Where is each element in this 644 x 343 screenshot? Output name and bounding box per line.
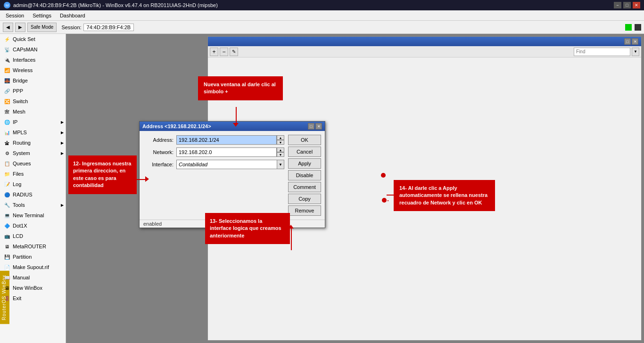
network-row: Network: ▲ ▼ — [143, 147, 284, 157]
close-button[interactable]: ✕ — [633, 2, 640, 8]
ip-edit-btn[interactable]: ✎ — [230, 48, 238, 56]
sidebar-item-dot1x[interactable]: 🔷Dot1X — [0, 220, 66, 231]
back-button[interactable]: ◀ — [3, 23, 13, 32]
network-input[interactable] — [176, 147, 277, 157]
sidebar-item-metarouter[interactable]: 🖥MetaROUTER — [0, 241, 66, 252]
sidebar-item-wireless[interactable]: 📶Wireless — [0, 65, 66, 75]
dialog-title-controls: □ ✕ — [308, 123, 322, 130]
ip-window-restore-btn[interactable]: □ — [624, 38, 631, 45]
sidebar-item-ip[interactable]: 🌐IP — [0, 117, 66, 127]
dialog-status-text: enabled — [143, 221, 162, 227]
sidebar-item-switch[interactable]: 🔀Switch — [0, 96, 66, 106]
toolbar: ◀ ▶ Safe Mode Session: 74:4D:28:B9:F4:2B — [0, 21, 644, 34]
sidebar-item-make-supout[interactable]: 📄Make Supout.rif — [0, 262, 66, 272]
address-scroll-up[interactable]: ▲ — [277, 135, 284, 140]
status-green-indicator — [625, 24, 632, 31]
ip-window-close-btn[interactable]: ✕ — [632, 38, 638, 45]
interfaces-icon: 🔌 — [4, 57, 10, 63]
safe-mode-button[interactable]: Safe Mode — [27, 23, 57, 32]
apply-red-dot — [382, 198, 387, 203]
network-scroll-down[interactable]: ▼ — [277, 152, 284, 157]
sidebar-item-bridge[interactable]: 🌉Bridge — [0, 75, 66, 86]
arrow-ann3 — [291, 227, 292, 250]
files-icon: 📁 — [4, 171, 10, 177]
menu-dashboard[interactable]: Dashboard — [56, 12, 89, 19]
sidebar-label-new-terminal: New Terminal — [13, 212, 44, 218]
menu-session[interactable]: Session — [2, 12, 28, 19]
address-scroll-down[interactable]: ▼ — [277, 140, 284, 145]
sidebar-label-capsman: CAPsMAN — [13, 47, 38, 52]
arrow-ann1-head — [233, 123, 239, 127]
wireless-icon: 📶 — [4, 67, 10, 74]
sidebar-label-queues: Queues — [13, 161, 31, 166]
bridge-icon: 🌉 — [4, 77, 10, 84]
title-bar-controls: − □ ✕ — [614, 2, 640, 8]
app-icon: M — [4, 2, 10, 8]
sidebar-item-capsman[interactable]: 📡CAPsMAN — [0, 44, 66, 55]
comment-button[interactable]: Comment — [288, 182, 321, 192]
sidebar-item-exit[interactable]: 🚪Exit — [0, 293, 66, 303]
dialog-title-text: Address <192.168.202.1/24> — [142, 123, 211, 129]
remove-button[interactable]: Remove — [288, 205, 321, 216]
sidebar-item-mesh[interactable]: 🕸Mesh — [0, 106, 66, 117]
sidebar-label-ppp: PPP — [13, 88, 23, 94]
menu-settings[interactable]: Settings — [29, 12, 55, 19]
interface-row: Interface: ▼ — [143, 159, 284, 170]
sidebar-item-queues[interactable]: 📋Queues — [0, 158, 66, 169]
dialog-buttons: OK Cancel Apply Disable Comment Copy Rem… — [288, 135, 321, 216]
arrow-ann4-line — [388, 200, 388, 201]
sidebar-item-quick-set[interactable]: ⚡Quick Set — [0, 34, 66, 44]
sidebar-item-new-terminal[interactable]: 💻New Terminal — [0, 210, 66, 220]
dialog-close-btn[interactable]: ✕ — [315, 123, 322, 130]
address-input[interactable] — [176, 135, 277, 145]
sidebar-label-manual: Manual — [13, 275, 30, 280]
copy-button[interactable]: Copy — [288, 194, 321, 204]
dialog-body: Address: ▲ ▼ Network: — [140, 131, 325, 220]
exit-icon: 🚪 — [4, 295, 10, 302]
interface-label: Interface: — [143, 162, 176, 167]
sidebar-item-manual[interactable]: 📖Manual — [0, 272, 66, 283]
sidebar-label-routing: Routing — [13, 140, 31, 146]
dialog-restore-btn[interactable]: □ — [308, 123, 314, 130]
sidebar-item-new-winbox[interactable]: 🖥New WinBox — [0, 283, 66, 293]
sidebar-item-files[interactable]: 📁Files — [0, 169, 66, 179]
routing-icon: 🛣 — [4, 139, 10, 146]
ok-button[interactable]: OK — [288, 135, 321, 145]
sidebar-label-ip: IP — [13, 119, 17, 125]
metarouter-icon: 🖥 — [4, 243, 10, 250]
title-bar-left: M admin@74:4D:28:B9:F4:2B (MikroTik) - W… — [4, 2, 218, 8]
cancel-button[interactable]: Cancel — [288, 147, 321, 157]
sidebar-label-mesh: Mesh — [13, 109, 25, 114]
interface-input[interactable] — [176, 160, 277, 169]
ip-find-dropdown[interactable]: ▼ — [632, 48, 639, 56]
sidebar-item-log[interactable]: 📝Log — [0, 179, 66, 189]
ip-find-input[interactable] — [574, 48, 630, 56]
sidebar-item-routing[interactable]: 🛣Routing — [0, 138, 66, 148]
interface-dropdown-btn[interactable]: ▼ — [277, 160, 284, 169]
sidebar-label-new-winbox: New WinBox — [13, 285, 42, 291]
disable-button[interactable]: Disable — [288, 170, 321, 180]
new-terminal-icon: 💻 — [4, 212, 10, 219]
sidebar-item-partition[interactable]: 💾Partition — [0, 252, 66, 262]
switch-icon: 🔀 — [4, 98, 10, 105]
ip-add-btn[interactable]: + — [210, 48, 218, 56]
partition-icon: 💾 — [4, 253, 10, 260]
mpls-icon: 📊 — [4, 129, 10, 136]
sidebar-item-lcd[interactable]: 📺LCD — [0, 231, 66, 241]
dialog-form: Address: ▲ ▼ Network: — [143, 135, 284, 216]
sidebar-item-tools[interactable]: 🔧Tools — [0, 200, 66, 210]
sidebar-item-interfaces[interactable]: 🔌Interfaces — [0, 55, 66, 65]
sidebar-label-switch: Switch — [13, 98, 28, 104]
ip-remove-btn[interactable]: − — [220, 48, 228, 56]
minimize-button[interactable]: − — [614, 2, 621, 8]
annotation-3: 13- Seleccionamos la interface logica qu… — [205, 213, 290, 244]
sidebar-item-ppp[interactable]: 🔗PPP — [0, 86, 66, 96]
forward-button[interactable]: ▶ — [15, 23, 25, 32]
sidebar-item-radius[interactable]: 🔵RADIUS — [0, 189, 66, 200]
sidebar-item-mpls[interactable]: 📊MPLS — [0, 127, 66, 138]
annotation-1: Nueva ventana al darle clic al simbolo + — [198, 76, 283, 100]
sidebar-item-system[interactable]: ⚙System — [0, 148, 66, 158]
maximize-button[interactable]: □ — [623, 2, 631, 8]
apply-button[interactable]: Apply — [288, 158, 321, 169]
network-scroll-up[interactable]: ▲ — [277, 147, 284, 152]
